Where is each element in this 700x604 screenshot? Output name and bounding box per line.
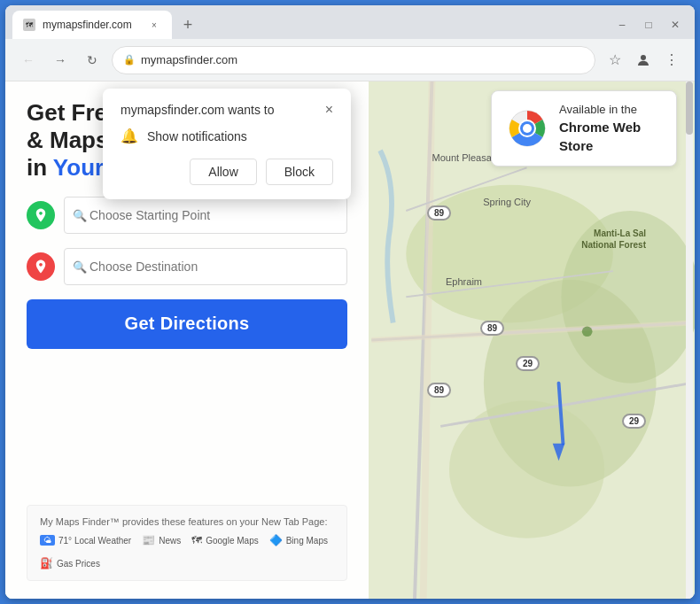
scrollbar-thumb[interactable] xyxy=(686,81,693,135)
bing-icon: 🔷 xyxy=(269,534,283,546)
active-tab[interactable]: 🗺 mymapsfinder.com × xyxy=(12,11,172,39)
weather-feature: 🌤 71° Local Weather xyxy=(40,535,131,546)
notification-label: Show notifications xyxy=(147,129,247,143)
bing-feature: 🔷 Bing Maps xyxy=(269,534,328,546)
cws-text-block: Available in the Chrome Web Store xyxy=(559,102,662,155)
starting-point-row: 🔍 xyxy=(27,197,347,234)
popup-header: mymapsfinder.com wants to × xyxy=(121,103,333,117)
svg-point-0 xyxy=(641,55,646,60)
start-location-dot xyxy=(27,201,55,229)
window-controls: – □ ✕ xyxy=(610,16,688,39)
panel-title-line2: in xyxy=(27,154,53,181)
features-text: My Maps Finder™ provides these features … xyxy=(40,516,334,527)
back-button[interactable]: ← xyxy=(16,48,41,73)
maximize-button[interactable]: □ xyxy=(636,16,661,34)
tab-bar: 🗺 mymapsfinder.com × + – □ ✕ xyxy=(5,5,695,39)
close-button[interactable]: ✕ xyxy=(663,16,688,34)
destination-input[interactable] xyxy=(64,248,347,285)
gmaps-feature: 🗺 Google Maps xyxy=(191,534,258,546)
popup-notification-row: 🔔 Show notifications xyxy=(121,128,333,144)
destination-wrapper: 🔍 xyxy=(64,248,347,285)
chrome-web-store-banner[interactable]: Available in the Chrome Web Store xyxy=(491,90,677,166)
notification-popup: mymapsfinder.com wants to × 🔔 Show notif… xyxy=(103,89,351,199)
place-forest: Manti-La SalNational Forest xyxy=(581,228,646,251)
place-mount-pleasant: Mount Pleasant xyxy=(432,152,500,163)
bell-icon: 🔔 xyxy=(121,128,138,144)
minimize-button[interactable]: – xyxy=(610,16,634,34)
block-button[interactable]: Block xyxy=(266,159,333,185)
start-search-icon: 🔍 xyxy=(73,208,87,221)
destination-row: 🔍 xyxy=(27,248,347,285)
svg-point-15 xyxy=(582,326,593,337)
features-icons: 🌤 71° Local Weather 📰 News 🗺 Google Maps… xyxy=(40,534,334,569)
starting-point-input[interactable] xyxy=(64,197,347,234)
popup-close-button[interactable]: × xyxy=(325,103,333,117)
popup-title: mymapsfinder.com wants to xyxy=(121,103,275,117)
features-bar: My Maps Finder™ provides these features … xyxy=(27,505,347,581)
new-tab-button[interactable]: + xyxy=(175,12,200,37)
gmaps-icon: 🗺 xyxy=(191,534,202,546)
destination-location-dot xyxy=(27,252,55,281)
road-badge-29a: 29 xyxy=(516,356,540,371)
svg-point-20 xyxy=(523,124,532,133)
gas-label: Gas Prices xyxy=(57,559,100,569)
road-badge-89b: 89 xyxy=(480,321,504,336)
starting-point-wrapper: 🔍 xyxy=(64,197,347,234)
browser-window: 🗺 mymapsfinder.com × + – □ ✕ ← → ↻ 🔒 mym… xyxy=(5,5,695,599)
bookmark-icon[interactable]: ☆ xyxy=(603,48,627,73)
road-badge-89c: 89 xyxy=(427,383,451,398)
gas-icon: ⛽ xyxy=(40,557,53,569)
scrollbar[interactable] xyxy=(686,81,693,599)
weather-badge: 🌤 xyxy=(40,535,55,546)
menu-icon[interactable]: ⋮ xyxy=(659,48,684,73)
address-bar: ← → ↻ 🔒 mymapsfinder.com ☆ ⋮ xyxy=(5,39,695,81)
tab-close-button[interactable]: × xyxy=(147,18,161,32)
gas-feature: ⛽ Gas Prices xyxy=(40,557,100,569)
cws-line2: Chrome Web Store xyxy=(559,118,662,155)
weather-label: 71° Local Weather xyxy=(58,536,131,546)
account-icon[interactable] xyxy=(631,48,656,73)
toolbar-icons: ☆ ⋮ xyxy=(603,48,684,73)
road-badge-89a: 89 xyxy=(427,205,451,221)
url-bar[interactable]: 🔒 mymapsfinder.com xyxy=(112,46,595,74)
forward-button[interactable]: → xyxy=(48,48,73,73)
road-badge-29b: 29 xyxy=(622,414,646,429)
lock-icon: 🔒 xyxy=(123,54,136,66)
allow-button[interactable]: Allow xyxy=(190,159,256,185)
popup-buttons: Allow Block xyxy=(121,159,333,185)
tab-favicon: 🗺 xyxy=(23,19,35,31)
dest-search-icon: 🔍 xyxy=(73,259,87,273)
url-text: mymapsfinder.com xyxy=(141,53,237,66)
chrome-logo-icon xyxy=(506,107,548,150)
reload-button[interactable]: ↻ xyxy=(80,48,105,73)
tab-title: mymapsfinder.com xyxy=(43,19,132,31)
place-ephraim: Ephraim xyxy=(446,276,482,287)
get-directions-button[interactable]: Get Directions xyxy=(27,299,347,349)
main-content: Mount Pleasant Spring City Ephraim Manti… xyxy=(5,81,695,599)
cws-line1: Available in the xyxy=(559,102,662,118)
bing-label: Bing Maps xyxy=(286,536,328,546)
news-label: News xyxy=(159,536,181,546)
gmaps-label: Google Maps xyxy=(206,536,258,546)
place-spring-city: Spring City xyxy=(483,197,531,207)
news-icon: 📰 xyxy=(142,534,155,546)
news-feature: 📰 News xyxy=(142,534,181,546)
